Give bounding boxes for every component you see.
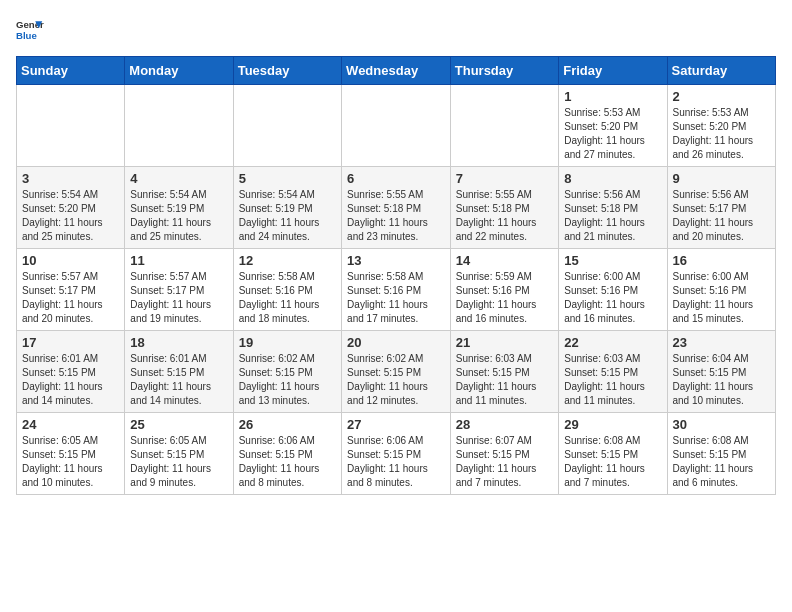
calendar-cell xyxy=(125,85,233,167)
weekday-header-wednesday: Wednesday xyxy=(342,57,451,85)
day-info: Sunrise: 5:56 AM Sunset: 5:17 PM Dayligh… xyxy=(673,188,771,244)
day-number: 17 xyxy=(22,335,119,350)
day-number: 11 xyxy=(130,253,227,268)
day-number: 30 xyxy=(673,417,771,432)
calendar-week-3: 10Sunrise: 5:57 AM Sunset: 5:17 PM Dayli… xyxy=(17,249,776,331)
day-info: Sunrise: 5:54 AM Sunset: 5:20 PM Dayligh… xyxy=(22,188,119,244)
calendar-week-5: 24Sunrise: 6:05 AM Sunset: 5:15 PM Dayli… xyxy=(17,413,776,495)
calendar-cell: 2Sunrise: 5:53 AM Sunset: 5:20 PM Daylig… xyxy=(667,85,776,167)
day-number: 12 xyxy=(239,253,336,268)
calendar-cell: 11Sunrise: 5:57 AM Sunset: 5:17 PM Dayli… xyxy=(125,249,233,331)
day-number: 22 xyxy=(564,335,661,350)
day-number: 23 xyxy=(673,335,771,350)
day-info: Sunrise: 6:00 AM Sunset: 5:16 PM Dayligh… xyxy=(673,270,771,326)
calendar-cell: 13Sunrise: 5:58 AM Sunset: 5:16 PM Dayli… xyxy=(342,249,451,331)
day-info: Sunrise: 5:57 AM Sunset: 5:17 PM Dayligh… xyxy=(22,270,119,326)
calendar-cell: 7Sunrise: 5:55 AM Sunset: 5:18 PM Daylig… xyxy=(450,167,558,249)
svg-text:Blue: Blue xyxy=(16,30,37,41)
calendar-cell: 8Sunrise: 5:56 AM Sunset: 5:18 PM Daylig… xyxy=(559,167,667,249)
day-info: Sunrise: 6:05 AM Sunset: 5:15 PM Dayligh… xyxy=(130,434,227,490)
calendar-cell: 16Sunrise: 6:00 AM Sunset: 5:16 PM Dayli… xyxy=(667,249,776,331)
weekday-header-thursday: Thursday xyxy=(450,57,558,85)
day-number: 29 xyxy=(564,417,661,432)
calendar-week-2: 3Sunrise: 5:54 AM Sunset: 5:20 PM Daylig… xyxy=(17,167,776,249)
day-info: Sunrise: 6:08 AM Sunset: 5:15 PM Dayligh… xyxy=(564,434,661,490)
calendar-cell: 24Sunrise: 6:05 AM Sunset: 5:15 PM Dayli… xyxy=(17,413,125,495)
day-info: Sunrise: 5:55 AM Sunset: 5:18 PM Dayligh… xyxy=(347,188,445,244)
day-info: Sunrise: 5:53 AM Sunset: 5:20 PM Dayligh… xyxy=(673,106,771,162)
calendar-week-4: 17Sunrise: 6:01 AM Sunset: 5:15 PM Dayli… xyxy=(17,331,776,413)
day-number: 9 xyxy=(673,171,771,186)
day-number: 10 xyxy=(22,253,119,268)
day-number: 1 xyxy=(564,89,661,104)
logo: General Blue xyxy=(16,16,44,44)
day-number: 8 xyxy=(564,171,661,186)
day-number: 13 xyxy=(347,253,445,268)
calendar-cell: 18Sunrise: 6:01 AM Sunset: 5:15 PM Dayli… xyxy=(125,331,233,413)
day-number: 3 xyxy=(22,171,119,186)
calendar-cell: 25Sunrise: 6:05 AM Sunset: 5:15 PM Dayli… xyxy=(125,413,233,495)
calendar-cell: 26Sunrise: 6:06 AM Sunset: 5:15 PM Dayli… xyxy=(233,413,341,495)
day-number: 16 xyxy=(673,253,771,268)
day-info: Sunrise: 6:00 AM Sunset: 5:16 PM Dayligh… xyxy=(564,270,661,326)
day-number: 19 xyxy=(239,335,336,350)
day-info: Sunrise: 5:57 AM Sunset: 5:17 PM Dayligh… xyxy=(130,270,227,326)
day-number: 7 xyxy=(456,171,553,186)
day-info: Sunrise: 6:01 AM Sunset: 5:15 PM Dayligh… xyxy=(130,352,227,408)
day-number: 15 xyxy=(564,253,661,268)
calendar-cell: 20Sunrise: 6:02 AM Sunset: 5:15 PM Dayli… xyxy=(342,331,451,413)
day-number: 26 xyxy=(239,417,336,432)
calendar-cell: 27Sunrise: 6:06 AM Sunset: 5:15 PM Dayli… xyxy=(342,413,451,495)
day-info: Sunrise: 5:54 AM Sunset: 5:19 PM Dayligh… xyxy=(130,188,227,244)
weekday-header-tuesday: Tuesday xyxy=(233,57,341,85)
day-number: 28 xyxy=(456,417,553,432)
calendar-cell: 10Sunrise: 5:57 AM Sunset: 5:17 PM Dayli… xyxy=(17,249,125,331)
calendar-cell: 12Sunrise: 5:58 AM Sunset: 5:16 PM Dayli… xyxy=(233,249,341,331)
day-info: Sunrise: 5:54 AM Sunset: 5:19 PM Dayligh… xyxy=(239,188,336,244)
day-info: Sunrise: 5:55 AM Sunset: 5:18 PM Dayligh… xyxy=(456,188,553,244)
day-number: 20 xyxy=(347,335,445,350)
calendar-week-1: 1Sunrise: 5:53 AM Sunset: 5:20 PM Daylig… xyxy=(17,85,776,167)
day-info: Sunrise: 6:03 AM Sunset: 5:15 PM Dayligh… xyxy=(564,352,661,408)
calendar-cell xyxy=(342,85,451,167)
calendar-cell: 1Sunrise: 5:53 AM Sunset: 5:20 PM Daylig… xyxy=(559,85,667,167)
calendar-cell: 17Sunrise: 6:01 AM Sunset: 5:15 PM Dayli… xyxy=(17,331,125,413)
calendar-cell: 3Sunrise: 5:54 AM Sunset: 5:20 PM Daylig… xyxy=(17,167,125,249)
day-info: Sunrise: 6:02 AM Sunset: 5:15 PM Dayligh… xyxy=(347,352,445,408)
calendar-cell: 29Sunrise: 6:08 AM Sunset: 5:15 PM Dayli… xyxy=(559,413,667,495)
calendar-cell: 9Sunrise: 5:56 AM Sunset: 5:17 PM Daylig… xyxy=(667,167,776,249)
day-number: 2 xyxy=(673,89,771,104)
calendar-cell: 21Sunrise: 6:03 AM Sunset: 5:15 PM Dayli… xyxy=(450,331,558,413)
weekday-header-friday: Friday xyxy=(559,57,667,85)
day-number: 21 xyxy=(456,335,553,350)
day-number: 6 xyxy=(347,171,445,186)
calendar-cell: 28Sunrise: 6:07 AM Sunset: 5:15 PM Dayli… xyxy=(450,413,558,495)
calendar-cell: 6Sunrise: 5:55 AM Sunset: 5:18 PM Daylig… xyxy=(342,167,451,249)
day-number: 25 xyxy=(130,417,227,432)
calendar-cell: 15Sunrise: 6:00 AM Sunset: 5:16 PM Dayli… xyxy=(559,249,667,331)
day-number: 24 xyxy=(22,417,119,432)
day-number: 27 xyxy=(347,417,445,432)
day-info: Sunrise: 5:56 AM Sunset: 5:18 PM Dayligh… xyxy=(564,188,661,244)
day-info: Sunrise: 6:05 AM Sunset: 5:15 PM Dayligh… xyxy=(22,434,119,490)
day-info: Sunrise: 6:08 AM Sunset: 5:15 PM Dayligh… xyxy=(673,434,771,490)
calendar-cell: 14Sunrise: 5:59 AM Sunset: 5:16 PM Dayli… xyxy=(450,249,558,331)
calendar-cell: 5Sunrise: 5:54 AM Sunset: 5:19 PM Daylig… xyxy=(233,167,341,249)
day-number: 14 xyxy=(456,253,553,268)
day-info: Sunrise: 6:07 AM Sunset: 5:15 PM Dayligh… xyxy=(456,434,553,490)
day-info: Sunrise: 6:06 AM Sunset: 5:15 PM Dayligh… xyxy=(347,434,445,490)
weekday-header-sunday: Sunday xyxy=(17,57,125,85)
day-info: Sunrise: 5:53 AM Sunset: 5:20 PM Dayligh… xyxy=(564,106,661,162)
day-info: Sunrise: 5:59 AM Sunset: 5:16 PM Dayligh… xyxy=(456,270,553,326)
day-info: Sunrise: 6:06 AM Sunset: 5:15 PM Dayligh… xyxy=(239,434,336,490)
day-info: Sunrise: 6:04 AM Sunset: 5:15 PM Dayligh… xyxy=(673,352,771,408)
calendar-cell: 22Sunrise: 6:03 AM Sunset: 5:15 PM Dayli… xyxy=(559,331,667,413)
page-header: General Blue xyxy=(16,16,776,44)
calendar-header-row: SundayMondayTuesdayWednesdayThursdayFrid… xyxy=(17,57,776,85)
calendar-cell xyxy=(450,85,558,167)
calendar-cell xyxy=(233,85,341,167)
calendar-table: SundayMondayTuesdayWednesdayThursdayFrid… xyxy=(16,56,776,495)
day-info: Sunrise: 5:58 AM Sunset: 5:16 PM Dayligh… xyxy=(347,270,445,326)
day-number: 4 xyxy=(130,171,227,186)
weekday-header-saturday: Saturday xyxy=(667,57,776,85)
